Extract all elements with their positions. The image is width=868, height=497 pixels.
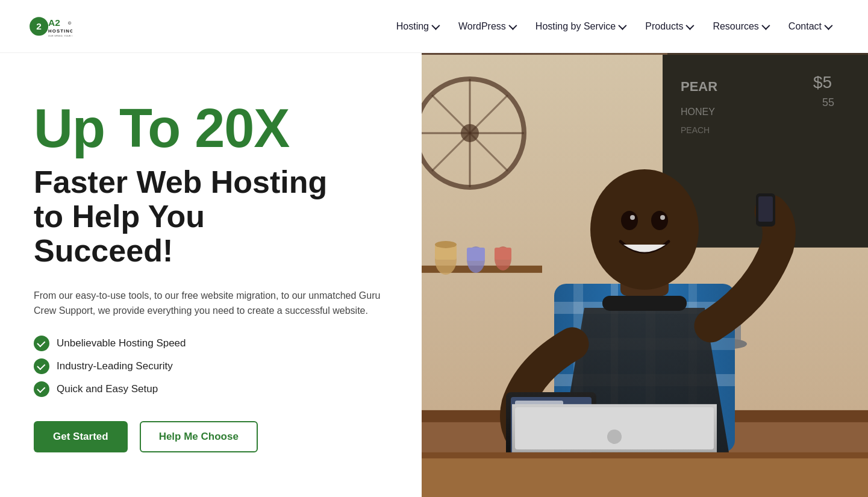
- hero-image: PEAR HONEY PEACH $5 55: [422, 53, 868, 497]
- feature-item-speed: Unbelievable Hosting Speed: [34, 336, 393, 351]
- svg-text:PEACH: PEACH: [681, 125, 710, 135]
- nav-item-resources[interactable]: Resources: [704, 16, 776, 37]
- nav-menu: Hosting WordPress Hosting by Service Pro…: [388, 16, 839, 37]
- nav-link-products[interactable]: Products: [637, 16, 701, 37]
- hero-content: Up To 20X Faster Web Hosting to Help You…: [0, 53, 422, 497]
- svg-text:HONEY: HONEY: [681, 107, 715, 117]
- hero-section: Up To 20X Faster Web Hosting to Help You…: [0, 53, 868, 497]
- chevron-icon: [761, 21, 770, 30]
- hero-description: From our easy-to-use tools, to our free …: [34, 288, 393, 319]
- svg-text:HOSTING: HOSTING: [48, 28, 72, 33]
- chevron-icon: [686, 21, 695, 30]
- svg-point-20: [435, 241, 457, 248]
- chevron-icon: [508, 21, 517, 30]
- hero-image-bg: PEAR HONEY PEACH $5 55: [422, 53, 868, 497]
- nav-item-hosting-by-service[interactable]: Hosting by Service: [527, 16, 633, 37]
- svg-text:PEAR: PEAR: [681, 79, 717, 94]
- svg-text:55: 55: [822, 96, 834, 108]
- nav-item-hosting[interactable]: Hosting: [388, 16, 446, 37]
- svg-rect-50: [758, 196, 773, 222]
- svg-rect-22: [467, 248, 485, 261]
- svg-rect-24: [495, 248, 511, 260]
- svg-rect-42: [602, 296, 687, 311]
- svg-text:2: 2: [36, 21, 42, 31]
- nav-link-contact[interactable]: Contact: [780, 16, 839, 37]
- nav-link-hosting[interactable]: Hosting: [388, 16, 446, 37]
- svg-rect-62: [422, 452, 868, 458]
- svg-text:OUR SPEED, YOUR SUCCESS: OUR SPEED, YOUR SUCCESS: [48, 34, 72, 37]
- svg-text:$5: $5: [813, 73, 832, 92]
- navbar: 2 A2 HOSTING ® OUR SPEED, YOUR SUCCESS H…: [0, 0, 868, 53]
- nav-item-products[interactable]: Products: [637, 16, 701, 37]
- svg-point-46: [651, 211, 668, 230]
- check-icon-security: [34, 358, 49, 374]
- nav-link-resources[interactable]: Resources: [704, 16, 776, 37]
- nav-link-hosting-by-service[interactable]: Hosting by Service: [527, 16, 633, 37]
- chevron-icon: [824, 21, 832, 30]
- hero-title-green: Up To 20X: [34, 101, 393, 155]
- help-me-choose-button[interactable]: Help Me Choose: [140, 421, 258, 452]
- svg-point-60: [607, 430, 622, 444]
- cta-buttons: Get Started Help Me Choose: [34, 421, 393, 452]
- svg-point-44: [590, 169, 699, 290]
- nav-item-wordpress[interactable]: WordPress: [450, 16, 523, 37]
- get-started-button[interactable]: Get Started: [34, 421, 128, 452]
- nav-link-wordpress[interactable]: WordPress: [450, 16, 523, 37]
- svg-point-47: [630, 215, 635, 220]
- svg-point-45: [621, 211, 638, 230]
- check-icon-speed: [34, 336, 49, 351]
- svg-text:®: ®: [69, 22, 70, 25]
- svg-point-48: [660, 215, 665, 220]
- logo[interactable]: 2 A2 HOSTING ® OUR SPEED, YOUR SUCCESS: [29, 5, 72, 48]
- chevron-icon: [619, 21, 627, 30]
- hero-subtitle: Faster Web Hosting to Help You Succeed!: [34, 165, 393, 269]
- feature-item-setup: Quick and Easy Setup: [34, 381, 393, 397]
- chevron-icon: [431, 21, 440, 30]
- feature-item-security: Industry-Leading Security: [34, 358, 393, 374]
- svg-rect-61: [422, 456, 868, 497]
- feature-list: Unbelievable Hosting Speed Industry-Lead…: [34, 336, 393, 397]
- svg-text:A2: A2: [48, 17, 60, 28]
- check-icon-setup: [34, 381, 49, 397]
- nav-item-contact[interactable]: Contact: [780, 16, 839, 37]
